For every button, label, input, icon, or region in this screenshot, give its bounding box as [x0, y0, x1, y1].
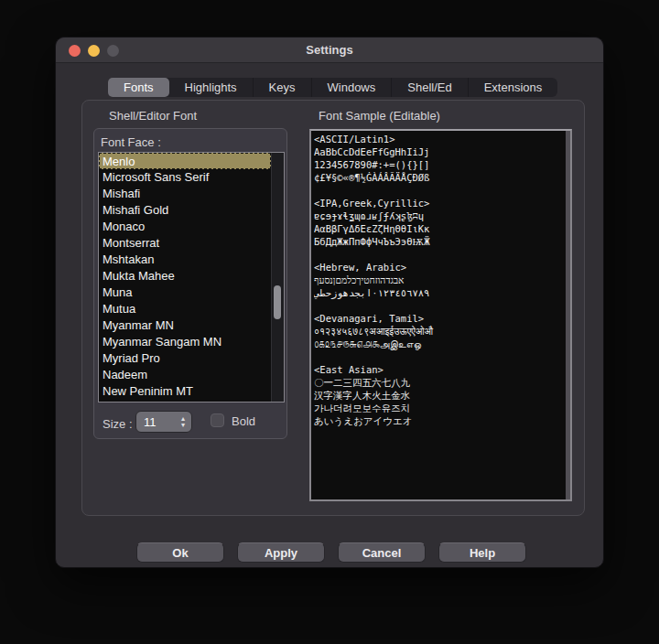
sample-line: ٠١٢٣٤٥٦٧٨٩ابجدهوزحطي — [314, 286, 565, 299]
sample-line: ०१२३४५६७८९अआइईउऊएऐओऔ — [314, 325, 565, 338]
sample-line: ௦௧௨௩௪௫௬௭௮௯அஇஉஎஒ — [314, 338, 565, 350]
tab-windows[interactable]: Windows — [311, 78, 392, 97]
list-item[interactable]: New Peninim MT — [99, 383, 271, 400]
scrollbar-thumb[interactable] — [274, 285, 281, 319]
zoom-button — [107, 45, 119, 57]
help-button[interactable]: Help — [438, 542, 526, 563]
sample-line: БбДдЖжПпФфЧчЪъЭэѲѬӜ — [314, 235, 565, 248]
font-face-list: Menlo Microsoft Sans Serif Mishafi Misha… — [98, 152, 285, 402]
dialog-buttons: Ok Apply Cancel Help — [136, 542, 526, 563]
sample-line — [314, 248, 565, 261]
sample-line — [314, 299, 565, 312]
stepper-down-icon[interactable]: ▾ — [181, 422, 185, 428]
sample-line — [314, 184, 565, 197]
title-bar[interactable]: Settings — [56, 38, 603, 63]
sample-line: 汉字漢字人木火土金水 — [314, 389, 565, 402]
list-item[interactable]: Mukta Mahee — [99, 268, 271, 284]
close-button[interactable] — [69, 45, 81, 57]
font-sample-text[interactable]: <ASCII/Latin1> AaBbCcDdEeFfGgHhIiJj 1234… — [314, 133, 565, 499]
list-item[interactable]: Montserrat — [99, 235, 271, 252]
font-sample-label: Font Sample (Editable) — [319, 109, 440, 123]
tab-highlights[interactable]: Highlights — [169, 78, 253, 97]
tab-shell-ed[interactable]: Shell/Ed — [391, 78, 467, 97]
fonts-tab-panel: Shell/Editor Font Font Sample (Editable)… — [81, 100, 585, 516]
tab-extensions[interactable]: Extensions — [468, 78, 558, 97]
list-item[interactable]: Myanmar MN — [99, 317, 271, 334]
font-face-label: Font Face : — [101, 135, 161, 149]
list-item[interactable]: Mutua — [99, 301, 271, 317]
sample-line: <East Asian> — [314, 363, 565, 376]
bold-checkbox[interactable] — [211, 413, 224, 427]
sample-line: <Devanagari, Tamil> — [314, 312, 565, 325]
sample-line: 가나더려모보수유즈치 — [314, 402, 565, 414]
list-item[interactable]: Muna — [99, 284, 271, 301]
sample-line: 〇一二三四五六七八九 — [314, 376, 565, 389]
list-item[interactable]: Monaco — [99, 219, 271, 235]
tab-keys[interactable]: Keys — [253, 78, 311, 97]
settings-window: Settings Fonts Highlights Keys Windows S… — [55, 37, 604, 568]
bold-label: Bold — [232, 414, 255, 428]
size-value: 11 — [136, 415, 175, 429]
list-item[interactable]: Myanmar Sangam MN — [99, 334, 271, 350]
sample-line: אבגדהוזחטיךכלמםןנסעף — [314, 274, 565, 286]
sample-line: AαBβΓγΔδEεZζHηΘθIιKκ — [314, 222, 565, 235]
sample-line: <Hebrew, Arabic> — [314, 261, 565, 274]
window-title: Settings — [306, 43, 352, 57]
sample-scrollbar[interactable] — [566, 131, 570, 499]
sample-line: <ASCII/Latin1> — [314, 133, 565, 145]
list-item[interactable]: Mshtakan — [99, 252, 271, 268]
ok-button[interactable]: Ok — [136, 542, 224, 563]
sample-line: ɐɕɘɟɤɬʓɰɷɹʁʃʄʎʞʂɮʭɥ — [314, 209, 565, 222]
list-item-menlo[interactable]: Menlo — [99, 153, 271, 169]
shell-editor-font-label: Shell/Editor Font — [109, 109, 197, 123]
font-sample-editor[interactable]: <ASCII/Latin1> AaBbCcDdEeFfGgHhIiJj 1234… — [309, 129, 572, 501]
minimize-button[interactable] — [88, 45, 100, 57]
sample-line: AaBbCcDdEeFfGgHhIiJj — [314, 145, 565, 158]
sample-line: 1234567890#:+=(){}[] — [314, 158, 565, 171]
sample-line — [314, 350, 565, 363]
font-face-list-rows: Menlo Microsoft Sans Serif Mishafi Misha… — [99, 153, 271, 402]
sample-line: ¢£¥§©«®¶½ĠÀÁÂÃÄÅÇÐØß — [314, 171, 565, 184]
size-stepper[interactable]: 11 ▴ ▾ — [135, 411, 192, 433]
traffic-lights — [69, 45, 119, 57]
tab-bar: Fonts Highlights Keys Windows Shell/Ed E… — [108, 78, 557, 97]
sample-line: あいうえおアイウエオ — [314, 414, 565, 427]
apply-button[interactable]: Apply — [237, 542, 325, 563]
font-face-group: Font Face : Menlo Microsoft Sans Serif M… — [93, 128, 287, 439]
list-item[interactable]: Nadeem — [99, 367, 271, 383]
stepper-arrows[interactable]: ▴ ▾ — [175, 415, 191, 428]
list-item[interactable]: Mishafi Gold — [99, 202, 271, 219]
list-item[interactable]: Mishafi — [99, 186, 271, 202]
font-list-scrollbar[interactable] — [271, 153, 284, 402]
list-item[interactable]: Myriad Pro — [99, 350, 271, 367]
cancel-button[interactable]: Cancel — [338, 542, 426, 563]
list-item[interactable]: Microsoft Sans Serif — [99, 169, 271, 186]
sample-line: <IPA,Greek,Cyrillic> — [314, 197, 565, 209]
size-label: Size : — [103, 417, 133, 431]
tab-fonts[interactable]: Fonts — [108, 78, 169, 97]
